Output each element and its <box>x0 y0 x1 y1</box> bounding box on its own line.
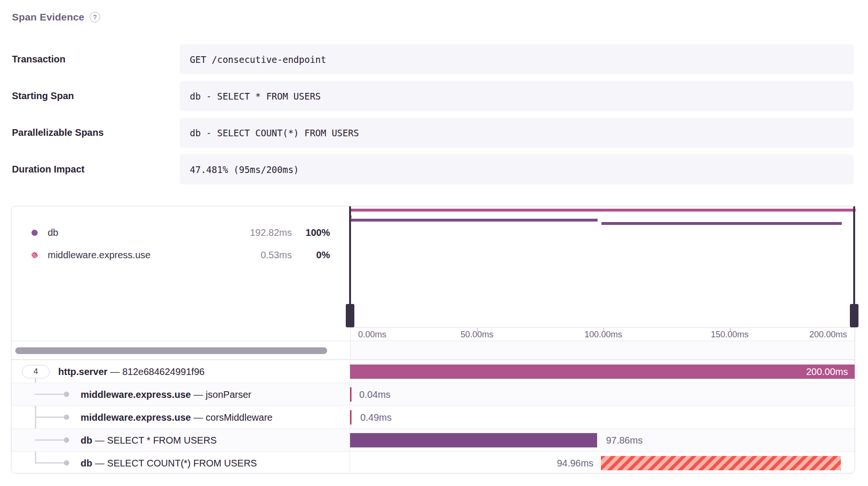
evidence-row-parallelizable-spans: Parallelizable Spans db - SELECT COUNT(*… <box>12 118 868 148</box>
span-description: 812e684624991f96 <box>123 366 205 376</box>
separator: — <box>95 457 104 468</box>
tree-connector-dot <box>64 460 69 466</box>
legend-duration: 0.53ms <box>230 250 292 261</box>
minimap-span-bar <box>350 219 598 222</box>
span-legend: db 192.82ms 100% middleware.express.use … <box>31 222 330 266</box>
tree-connector-dot <box>64 415 69 420</box>
span-duration-label: 0.04ms <box>359 389 391 400</box>
tree-connector-branch <box>35 394 66 395</box>
evidence-label: Duration Impact <box>12 164 180 175</box>
section-header: Span Evidence ? <box>12 11 868 23</box>
evidence-row-transaction: Transaction GET /consecutive-endpoint <box>12 44 868 74</box>
span-op: middleware.express.use <box>81 412 191 422</box>
time-axis: 0.00ms 50.00ms 100.00ms 150.00ms 200.00m… <box>350 327 855 341</box>
span-duration-bar[interactable] <box>350 387 351 402</box>
scrollbar-row-right-gutter <box>350 341 855 359</box>
span-duration-bar[interactable]: 200.00ms <box>350 364 855 379</box>
legend-percent: 100% <box>292 227 330 238</box>
legend-percent: 0% <box>292 250 330 261</box>
minimap-right-drag-handle[interactable] <box>850 304 858 327</box>
tree-connector-branch <box>35 439 66 441</box>
span-row-corsmiddleware[interactable]: middleware.express.use — corsMiddleware … <box>11 405 855 428</box>
separator: — <box>194 412 203 422</box>
minimap-span-bar <box>601 222 841 225</box>
span-duration-label: 97.86ms <box>606 435 643 446</box>
span-op: db <box>81 435 92 445</box>
evidence-label: Transaction <box>12 54 180 65</box>
span-duration-bar[interactable] <box>601 456 840 470</box>
evidence-value: db - SELECT * FROM USERS <box>180 81 854 111</box>
legend-dot-db <box>31 230 38 236</box>
minimap-left-drag-handle[interactable] <box>346 304 354 327</box>
tree-connector-branch <box>35 462 66 464</box>
evidence-row-starting-span: Starting Span db - SELECT * FROM USERS <box>12 81 868 111</box>
minimap-right-boundary-line <box>853 206 855 304</box>
tree-connector-dot <box>64 437 69 443</box>
legend-op-label: db <box>48 227 230 238</box>
axis-label-0ms: 0.00ms <box>358 330 386 340</box>
help-icon[interactable]: ? <box>90 12 100 22</box>
evidence-value: 47.481% (95ms/200ms) <box>180 154 854 184</box>
span-op: http.server <box>58 366 107 376</box>
legend-dot-middleware <box>31 252 38 258</box>
span-duration-label: 200.00ms <box>806 364 848 379</box>
span-duration-bar[interactable] <box>350 410 351 425</box>
legend-item-db: db 192.82ms 100% <box>31 222 330 244</box>
separator: — <box>95 435 104 445</box>
evidence-label: Starting Span <box>12 91 180 101</box>
scrollbar-row <box>11 341 855 360</box>
horizontal-scrollbar-thumb[interactable] <box>15 347 327 354</box>
span-row-db-select-count[interactable]: db — SELECT COUNT(*) FROM USERS 94.96ms <box>11 451 855 474</box>
span-description: jsonParser <box>206 389 251 399</box>
axis-label-200ms: 200.00ms <box>809 330 847 340</box>
separator: — <box>110 366 120 376</box>
span-count-badge[interactable]: 4 <box>22 365 50 378</box>
span-row-http-server[interactable]: 4 http.server — 812e684624991f96 200.00m… <box>11 360 855 383</box>
span-description: corsMiddleware <box>206 412 272 422</box>
span-duration-label: 94.96ms <box>557 457 594 468</box>
legend-op-label: middleware.express.use <box>48 250 230 261</box>
tree-connector-dot <box>64 392 69 397</box>
span-duration-label: 0.49ms <box>361 412 392 423</box>
span-duration-bar[interactable] <box>350 433 597 447</box>
span-description: SELECT * FROM USERS <box>107 435 217 445</box>
axis-label-100ms: 100.00ms <box>584 330 622 340</box>
page-title: Span Evidence <box>12 11 84 23</box>
span-tree: 4 http.server — 812e684624991f96 200.00m… <box>11 360 855 473</box>
axis-label-50ms: 50.00ms <box>460 330 493 340</box>
span-op: db <box>81 457 92 468</box>
span-row-db-select[interactable]: db — SELECT * FROM USERS 97.86ms <box>11 428 855 451</box>
minimap-span-bar <box>350 209 856 212</box>
evidence-row-duration-impact: Duration Impact 47.481% (95ms/200ms) <box>12 154 868 184</box>
separator: — <box>194 389 203 399</box>
minimap-left-boundary-line <box>349 206 351 304</box>
span-op: middleware.express.use <box>81 389 191 399</box>
legend-duration: 192.82ms <box>230 227 292 238</box>
evidence-value: db - SELECT COUNT(*) FROM USERS <box>180 118 854 148</box>
axis-label-150ms: 150.00ms <box>711 330 748 340</box>
tree-connector-branch <box>35 416 66 418</box>
legend-item-middleware: middleware.express.use 0.53ms 0% <box>31 244 330 266</box>
span-evidence-table: Transaction GET /consecutive-endpoint St… <box>12 44 868 184</box>
span-description: SELECT COUNT(*) FROM USERS <box>107 457 257 468</box>
evidence-label: Parallelizable Spans <box>12 127 180 138</box>
span-waterfall-panel: db 192.82ms 100% middleware.express.use … <box>11 206 855 474</box>
span-row-jsonparser[interactable]: middleware.express.use — jsonParser 0.04… <box>11 383 855 405</box>
evidence-value: GET /consecutive-endpoint <box>180 44 854 74</box>
